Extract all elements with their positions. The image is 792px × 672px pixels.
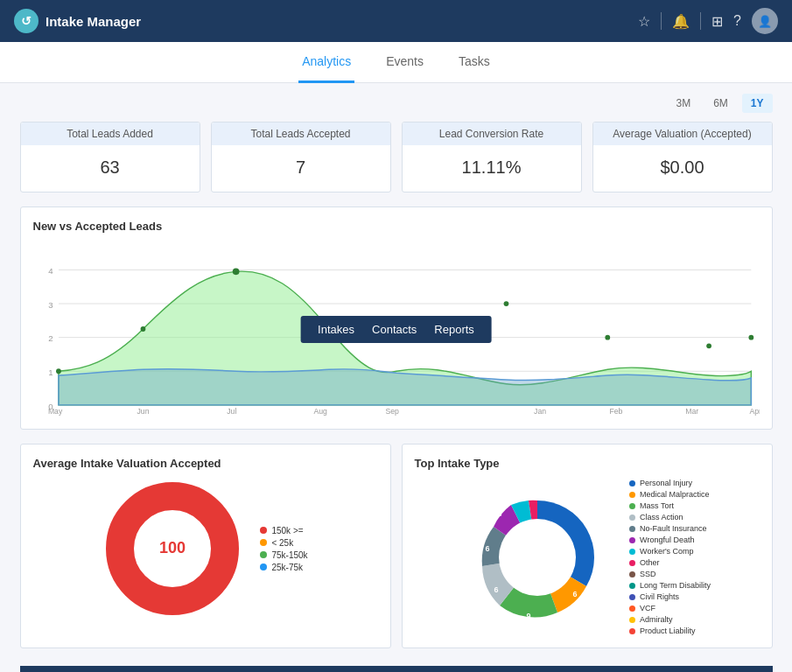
- legend-label: Class Action: [640, 513, 683, 522]
- svg-text:3: 3: [48, 300, 53, 310]
- stat-total-leads-added: Total Leads Added 63: [20, 122, 200, 192]
- bottom-nav-bar: Intakes Contacts Reports: [20, 666, 773, 672]
- logo: ↺ Intake Manager: [14, 9, 141, 33]
- legend-label: Product Liability: [640, 626, 696, 635]
- stat-label-1: Total Leads Added: [21, 122, 200, 145]
- overlay-intakes[interactable]: Intakes: [318, 323, 354, 336]
- stat-label-2: Total Leads Accepted: [212, 122, 390, 145]
- legend-dot: [629, 583, 635, 589]
- legend-ltd: Long Term Disability: [629, 581, 711, 590]
- svg-text:100: 100: [159, 539, 186, 556]
- header-actions: ☆ 🔔 ⊞ ? 👤: [638, 8, 778, 34]
- time-6m-button[interactable]: 6M: [704, 94, 737, 113]
- legend-label: < 25k: [271, 538, 293, 548]
- datapoint: [503, 301, 508, 306]
- star-icon[interactable]: ☆: [638, 13, 650, 30]
- legend-dot: [629, 492, 635, 498]
- legend-cr: Civil Rights: [629, 592, 711, 601]
- bottom-charts-grid: Average Intake Valuation Accepted 100 15…: [20, 444, 773, 648]
- stat-total-leads-accepted: Total Leads Accepted 7: [211, 122, 391, 192]
- svg-text:6: 6: [486, 544, 490, 553]
- chart-overlay-nav: Intakes Contacts Reports: [300, 316, 492, 343]
- legend-dot: [260, 564, 267, 570]
- leads-chart-title: New vs Accepted Leads: [33, 220, 760, 233]
- legend-dot: [629, 480, 635, 486]
- valuation-donut-svg: 100: [102, 479, 242, 619]
- svg-text:6: 6: [573, 590, 578, 598]
- valuation-donut-container: 100 150k >= < 25k 75k-150k: [33, 479, 378, 619]
- intake-type-chart-title: Top Intake Type: [415, 457, 760, 470]
- legend-dot: [260, 539, 267, 546]
- stat-avg-valuation: Average Valuation (Accepted) $0.00: [592, 122, 773, 192]
- legend-label: Admiralty: [640, 615, 673, 624]
- svg-text:Mar: Mar: [685, 407, 698, 416]
- legend-pi: Personal Injury: [629, 479, 711, 487]
- svg-text:Jul: Jul: [227, 407, 236, 416]
- avatar[interactable]: 👤: [752, 8, 778, 34]
- legend-label: No-Fault Insurance: [640, 524, 707, 533]
- divider2: [700, 12, 701, 30]
- legend-ssd: SSD: [629, 570, 711, 578]
- legend-item-25k-75k: 25k-75k: [260, 563, 307, 572]
- tab-tasks[interactable]: Tasks: [455, 42, 494, 83]
- stat-value-4: $0.00: [606, 152, 760, 183]
- divider: [661, 12, 662, 30]
- svg-text:Jan: Jan: [534, 407, 546, 416]
- intake-type-donut-container: 19 6 9 6 6 3 3 4 Personal Injury: [415, 479, 760, 635]
- logo-icon: ↺: [14, 9, 39, 33]
- legend-label: Wrongful Death: [640, 536, 694, 544]
- legend-dot: [629, 560, 635, 566]
- bell-icon[interactable]: 🔔: [672, 13, 690, 30]
- legend-dot: [260, 551, 267, 558]
- valuation-donut-card: Average Intake Valuation Accepted 100 15…: [20, 444, 391, 648]
- legend-nf: No-Fault Insurance: [629, 524, 711, 533]
- intake-type-donut-svg: 19 6 9 6 6 3 3 4: [463, 483, 612, 632]
- legend-label: Medical Malpractice: [640, 490, 710, 499]
- svg-text:Apr: Apr: [749, 407, 760, 416]
- legend-pl: Product Liability: [629, 626, 711, 635]
- datapoint: [748, 335, 753, 340]
- datapoint: [605, 335, 610, 340]
- svg-text:Jun: Jun: [137, 407, 149, 416]
- legend-label: Long Term Disability: [640, 581, 711, 590]
- svg-text:May: May: [47, 407, 62, 416]
- help-icon[interactable]: ?: [733, 13, 741, 29]
- legend-ca: Class Action: [629, 513, 711, 522]
- stat-value-3: 11.11%: [415, 152, 569, 183]
- svg-text:4: 4: [531, 492, 536, 500]
- stat-label-3: Lead Conversion Rate: [403, 122, 581, 145]
- grid-icon[interactable]: ⊞: [711, 13, 723, 30]
- legend-dot: [629, 628, 635, 634]
- svg-text:Feb: Feb: [609, 407, 622, 416]
- legend-dot: [629, 617, 635, 623]
- legend-label: 75k-150k: [271, 550, 307, 560]
- app-title: Intake Manager: [46, 14, 141, 29]
- valuation-chart-title: Average Intake Valuation Accepted: [33, 457, 378, 470]
- legend-dot: [629, 549, 635, 555]
- tab-events[interactable]: Events: [382, 42, 427, 83]
- donut-center: [499, 519, 576, 596]
- time-3m-button[interactable]: 3M: [667, 94, 699, 113]
- legend-label: Civil Rights: [640, 592, 679, 601]
- leads-chart-section: New vs Accepted Leads 0 1 2 3 4: [20, 206, 773, 430]
- legend-item-75k-150k: 75k-150k: [260, 550, 307, 560]
- overlay-contacts[interactable]: Contacts: [372, 323, 417, 336]
- time-1y-button[interactable]: 1Y: [742, 94, 773, 113]
- legend-vcf: VCF: [629, 604, 711, 612]
- datapoint: [56, 368, 61, 374]
- legend-item-150k: 150k >=: [260, 526, 307, 536]
- intake-type-legend: Personal Injury Medical Malpractice Mass…: [629, 479, 711, 635]
- tab-analytics[interactable]: Analytics: [298, 42, 354, 83]
- legend-oth: Other: [629, 558, 711, 567]
- svg-text:9: 9: [527, 612, 531, 620]
- stat-label-4: Average Valuation (Accepted): [593, 122, 772, 145]
- legend-dot: [629, 571, 635, 578]
- stat-value-1: 63: [33, 152, 187, 183]
- legend-adm: Admiralty: [629, 615, 711, 624]
- legend-label: VCF: [640, 604, 655, 612]
- legend-dot: [629, 503, 635, 509]
- main-content: 3M 6M 1Y Total Leads Added 63 Total Lead…: [3, 83, 790, 672]
- legend-item-25k: < 25k: [260, 538, 307, 548]
- overlay-reports[interactable]: Reports: [434, 323, 474, 336]
- svg-text:Sep: Sep: [385, 407, 399, 416]
